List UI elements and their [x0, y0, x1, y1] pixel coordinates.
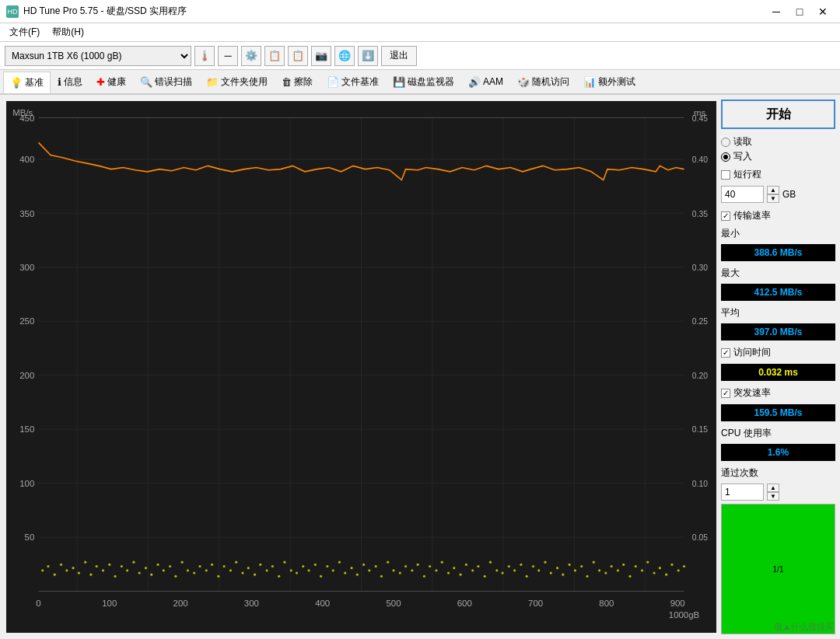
- progress-label: 1/1: [773, 565, 784, 574]
- tab-erase[interactable]: 🗑 擦除: [275, 71, 320, 93]
- title-bar: HD HD Tune Pro 5.75 - 硬盘/SSD 实用程序 ─ □ ✕: [0, 0, 840, 23]
- svg-text:300: 300: [19, 263, 34, 272]
- svg-point-76: [193, 571, 195, 574]
- gb-input[interactable]: [721, 186, 764, 203]
- menu-file[interactable]: 文件(F): [3, 24, 46, 40]
- svg-point-113: [417, 564, 419, 566]
- tab-random-access[interactable]: 🎲 随机访问: [510, 71, 576, 93]
- app-icon: HD: [6, 5, 19, 18]
- read-radio[interactable]: 读取: [721, 135, 835, 148]
- tab-file-benchmark-label: 文件基准: [341, 75, 379, 89]
- access-time-checkbox[interactable]: 访问时间: [721, 346, 835, 359]
- start-button[interactable]: 开始: [721, 100, 835, 129]
- tab-extra-test-icon: 📊: [583, 76, 596, 88]
- svg-point-90: [278, 575, 280, 578]
- svg-point-128: [508, 565, 510, 567]
- gb-up-button[interactable]: ▲: [767, 186, 779, 194]
- tab-benchmark[interactable]: 💡 基准: [3, 72, 51, 93]
- svg-point-65: [126, 569, 128, 571]
- svg-point-75: [187, 569, 189, 571]
- pass-input[interactable]: [721, 484, 764, 501]
- svg-point-125: [489, 561, 492, 564]
- avg-label: 平均: [721, 306, 835, 320]
- svg-text:0.15: 0.15: [692, 424, 708, 434]
- tab-extra-test[interactable]: 📊 额外测试: [576, 71, 642, 93]
- short-stroke-checkbox[interactable]: 短行程: [721, 168, 835, 181]
- svg-point-129: [513, 569, 516, 571]
- svg-text:0: 0: [36, 599, 40, 608]
- copy-button2[interactable]: 📋: [288, 46, 308, 66]
- svg-point-80: [217, 575, 219, 578]
- transfer-rate-checkbox[interactable]: 传输速率: [721, 209, 835, 222]
- tab-aam[interactable]: 🔊 AAM: [461, 71, 510, 93]
- minimize-button[interactable]: ─: [765, 3, 787, 20]
- svg-point-56: [72, 567, 75, 569]
- svg-point-123: [477, 565, 479, 567]
- tab-info-label: 信息: [64, 75, 82, 89]
- close-button[interactable]: ✕: [812, 3, 834, 20]
- tab-file-benchmark[interactable]: 📄 文件基准: [320, 71, 386, 93]
- svg-point-97: [320, 575, 322, 578]
- camera-button[interactable]: 📷: [311, 46, 331, 66]
- svg-point-134: [544, 561, 546, 564]
- burst-rate-checkbox[interactable]: 突发速率: [721, 386, 835, 400]
- tab-health[interactable]: ✚ 健康: [89, 71, 133, 93]
- share-button[interactable]: 🌐: [334, 46, 355, 66]
- tab-info[interactable]: ℹ 信息: [51, 71, 89, 93]
- gb-input-row: ▲ ▼ GB: [721, 186, 835, 203]
- gb-down-button[interactable]: ▼: [767, 194, 779, 203]
- tab-folder-usage-icon: 📁: [206, 76, 219, 88]
- progress-bar-inner: 1/1: [722, 505, 835, 634]
- pass-up-button[interactable]: ▲: [767, 484, 779, 492]
- svg-point-137: [562, 574, 564, 576]
- drive-select[interactable]: Maxsun 1TB X6 (1000 gB): [5, 46, 191, 66]
- svg-point-77: [198, 565, 201, 567]
- max-label: 最大: [721, 267, 835, 280]
- svg-point-84: [241, 571, 243, 574]
- svg-text:900: 900: [670, 599, 685, 608]
- pass-spinners: ▲ ▼: [767, 484, 779, 501]
- svg-point-87: [259, 564, 261, 566]
- exit-button[interactable]: 退出: [381, 46, 417, 66]
- svg-text:150: 150: [19, 424, 34, 434]
- svg-point-85: [247, 567, 250, 569]
- svg-point-91: [283, 561, 285, 564]
- svg-point-64: [121, 565, 123, 567]
- tab-folder-usage[interactable]: 📁 文件夹使用: [199, 71, 275, 93]
- svg-point-58: [84, 561, 86, 564]
- svg-text:100: 100: [19, 479, 34, 488]
- svg-point-83: [235, 561, 237, 564]
- tab-error-scan[interactable]: 🔍 错误扫描: [133, 71, 199, 93]
- svg-text:350: 350: [19, 208, 34, 218]
- svg-point-146: [617, 569, 619, 571]
- svg-point-68: [145, 567, 147, 569]
- maximize-button[interactable]: □: [789, 3, 810, 20]
- gb-spinners: ▲ ▼: [767, 186, 779, 203]
- min-label: 最小: [721, 227, 835, 240]
- copy-button1[interactable]: 📋: [264, 46, 285, 66]
- svg-point-152: [653, 571, 656, 574]
- menu-help[interactable]: 帮助(H): [46, 24, 90, 40]
- svg-point-140: [580, 565, 583, 567]
- download-button[interactable]: ⬇️: [358, 46, 378, 66]
- svg-text:0.20: 0.20: [692, 371, 708, 380]
- settings-button[interactable]: ⚙️: [241, 46, 261, 66]
- tab-disk-monitor-icon: 💾: [393, 76, 405, 88]
- tab-benchmark-label: 基准: [25, 76, 44, 89]
- svg-point-78: [205, 569, 208, 571]
- dash-button[interactable]: ─: [218, 46, 238, 66]
- transfer-rate-box: [721, 211, 730, 221]
- burst-rate-box: [721, 389, 730, 398]
- write-radio-circle: [721, 152, 730, 162]
- tab-erase-label: 擦除: [294, 75, 313, 89]
- menu-bar: 文件(F) 帮助(H): [0, 23, 840, 42]
- svg-text:300: 300: [244, 599, 259, 608]
- temp-icon-button[interactable]: 🌡️: [194, 46, 215, 66]
- svg-point-59: [89, 574, 92, 576]
- write-radio[interactable]: 写入: [721, 150, 835, 163]
- svg-point-100: [338, 561, 341, 564]
- tab-disk-monitor[interactable]: 💾 磁盘监视器: [386, 71, 461, 93]
- svg-point-119: [453, 567, 455, 569]
- svg-point-93: [296, 571, 298, 574]
- pass-down-button[interactable]: ▼: [767, 492, 779, 501]
